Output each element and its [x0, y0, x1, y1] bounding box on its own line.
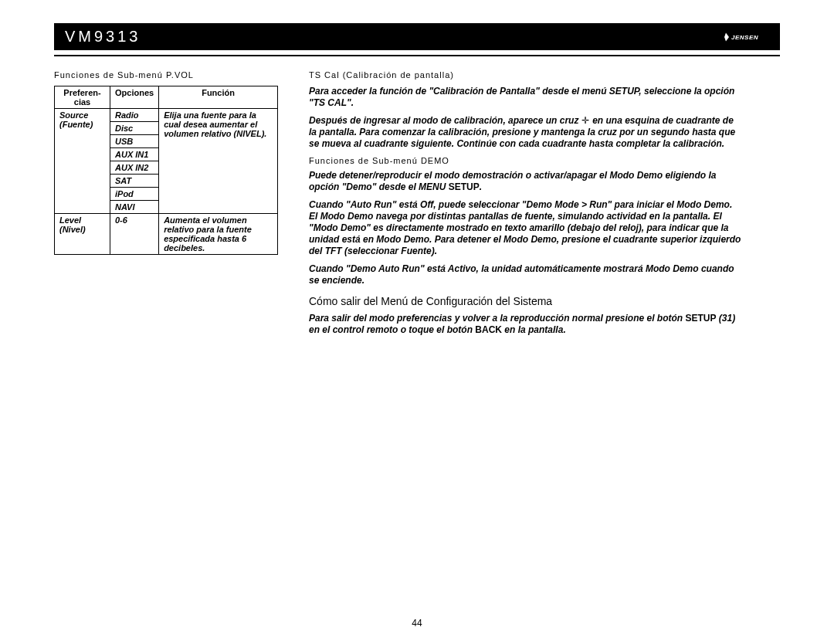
- text: Para salir del modo preferencias y volve…: [309, 313, 686, 324]
- pref-cell: Level (Nivel): [55, 213, 110, 254]
- table-header: Preferen-cias: [55, 86, 110, 108]
- cross-icon: ✛: [581, 115, 590, 127]
- text: SETUP: [449, 181, 480, 192]
- pvol-table: Preferen-cias Opciones Función Source (F…: [54, 86, 278, 255]
- option-cell: 0-6: [110, 213, 159, 254]
- table-header: Opciones: [110, 86, 159, 108]
- text: Después de ingresar al modo de calibraci…: [309, 115, 578, 126]
- body-text: Para salir del modo preferencias y volve…: [309, 313, 741, 336]
- option-cell: iPod: [110, 187, 159, 200]
- option-cell: Radio: [110, 108, 159, 121]
- body-text: Cuando "Demo Auto Run" está Activo, la u…: [309, 263, 741, 286]
- table-header-row: Preferen-cias Opciones Función: [55, 86, 278, 108]
- option-cell: Disc: [110, 121, 159, 134]
- table-row: Source (Fuente) Radio Elija una fuente p…: [55, 108, 278, 121]
- text: en la pantalla.: [502, 324, 566, 335]
- brand-logo: JENSEN: [723, 30, 769, 44]
- text: Puede detener/reproducir el modo demostr…: [309, 170, 716, 192]
- pvol-subheading: Funciones de Sub-menú P.VOL: [54, 70, 278, 80]
- body-text: Cuando "Auto Run" está Off, puede selecc…: [309, 199, 741, 257]
- option-cell: AUX IN1: [110, 147, 159, 161]
- body-text: Puede detener/reproducir el modo demostr…: [309, 170, 741, 193]
- jensen-logo-icon: JENSEN: [723, 30, 769, 44]
- tscal-subheading: TS Cal (Calibración de pantalla): [309, 70, 741, 80]
- body-text: Después de ingresar al modo de calibraci…: [309, 115, 741, 150]
- text: BACK: [475, 324, 502, 335]
- body-text: Para acceder la función de "Calibración …: [309, 86, 741, 109]
- divider: [54, 55, 780, 56]
- text: .: [480, 181, 482, 192]
- right-column: TS Cal (Calibración de pantalla) Para ac…: [309, 70, 741, 342]
- text: SETUP: [686, 313, 717, 324]
- content-columns: Funciones de Sub-menú P.VOL Preferen-cia…: [54, 70, 780, 342]
- demo-subheading: Funciones de Sub-menú DEMO: [309, 156, 741, 165]
- left-column: Funciones de Sub-menú P.VOL Preferen-cia…: [54, 70, 278, 342]
- table-header: Función: [159, 86, 278, 108]
- header-bar: VM9313 JENSEN: [54, 23, 780, 50]
- function-cell: Elija una fuente para la cual desea aume…: [159, 108, 278, 213]
- svg-text:JENSEN: JENSEN: [731, 34, 758, 41]
- option-cell: SAT: [110, 174, 159, 187]
- table-row: Level (Nivel) 0-6 Aumenta el volumen rel…: [55, 213, 278, 254]
- exit-section-title: Cómo salir del Menú de Configuración del…: [309, 294, 741, 308]
- option-cell: NAVI: [110, 200, 159, 213]
- page-title: VM9313: [65, 28, 141, 46]
- page-number: 44: [0, 618, 834, 629]
- function-cell: Aumenta el volumen relativo para la fuen…: [159, 213, 278, 254]
- pref-cell: Source (Fuente): [55, 108, 110, 213]
- option-cell: USB: [110, 134, 159, 147]
- option-cell: AUX IN2: [110, 161, 159, 174]
